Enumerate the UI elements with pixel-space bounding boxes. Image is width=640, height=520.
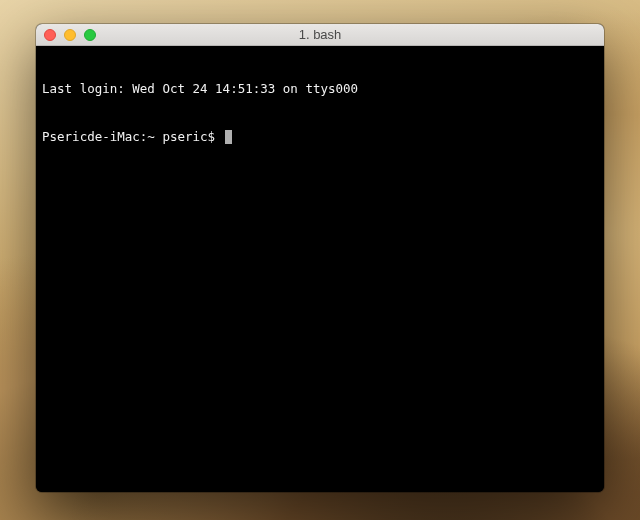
window-titlebar[interactable]: 1. bash (36, 24, 604, 46)
text-cursor-icon (225, 130, 232, 144)
traffic-lights (36, 29, 96, 41)
prompt-line: Psericde-iMac:~ pseric$ (42, 129, 598, 145)
shell-prompt: Psericde-iMac:~ pseric$ (42, 129, 223, 145)
minimize-icon[interactable] (64, 29, 76, 41)
terminal-window: 1. bash Last login: Wed Oct 24 14:51:33 … (36, 24, 604, 492)
window-title: 1. bash (36, 27, 604, 42)
terminal-viewport[interactable]: Last login: Wed Oct 24 14:51:33 on ttys0… (36, 46, 604, 492)
maximize-icon[interactable] (84, 29, 96, 41)
last-login-line: Last login: Wed Oct 24 14:51:33 on ttys0… (42, 81, 598, 97)
close-icon[interactable] (44, 29, 56, 41)
